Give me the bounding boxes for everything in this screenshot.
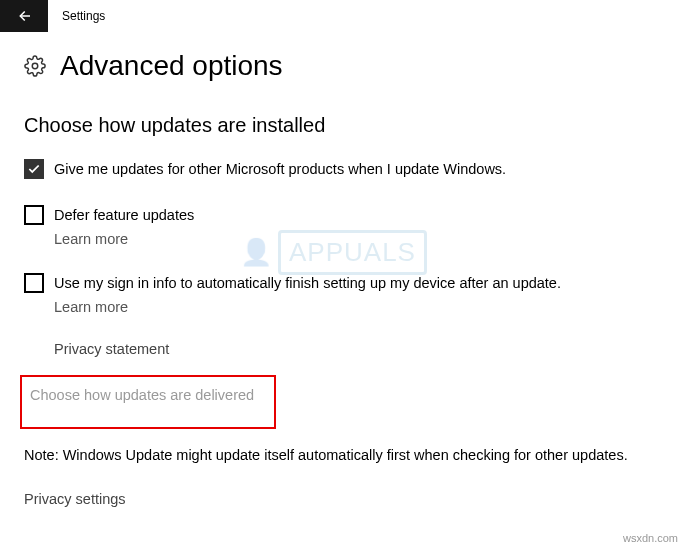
checkbox-label-defer: Defer feature updates [54, 205, 194, 225]
checkbox-label-other-products: Give me updates for other Microsoft prod… [54, 159, 506, 179]
highlight-box: Choose how updates are delivered [20, 375, 276, 429]
learn-more-defer[interactable]: Learn more [54, 231, 128, 247]
checkbox-other-products[interactable] [24, 159, 44, 179]
back-arrow-icon [15, 7, 33, 25]
content: Advanced options Choose how updates are … [0, 32, 684, 507]
page-header: Advanced options [24, 50, 660, 82]
checkmark-icon [27, 162, 41, 176]
watermark-site: wsxdn.com [623, 532, 678, 544]
titlebar: Settings [0, 0, 684, 32]
option-signin: Use my sign in info to automatically fin… [24, 273, 660, 315]
titlebar-label: Settings [62, 9, 105, 23]
section-title: Choose how updates are installed [24, 114, 660, 137]
learn-more-signin[interactable]: Learn more [54, 299, 128, 315]
note-text: Note: Windows Update might update itself… [24, 447, 660, 463]
checkbox-defer[interactable] [24, 205, 44, 225]
option-other-products: Give me updates for other Microsoft prod… [24, 159, 660, 179]
privacy-settings-link[interactable]: Privacy settings [24, 491, 126, 507]
svg-point-1 [32, 63, 38, 69]
gear-icon [24, 55, 46, 77]
checkbox-label-signin: Use my sign in info to automatically fin… [54, 273, 561, 293]
privacy-statement-link[interactable]: Privacy statement [54, 341, 169, 357]
choose-delivery-link[interactable]: Choose how updates are delivered [30, 387, 254, 403]
option-defer: Defer feature updates Learn more [24, 205, 660, 247]
checkbox-signin[interactable] [24, 273, 44, 293]
back-button[interactable] [0, 0, 48, 32]
page-title: Advanced options [60, 50, 283, 82]
